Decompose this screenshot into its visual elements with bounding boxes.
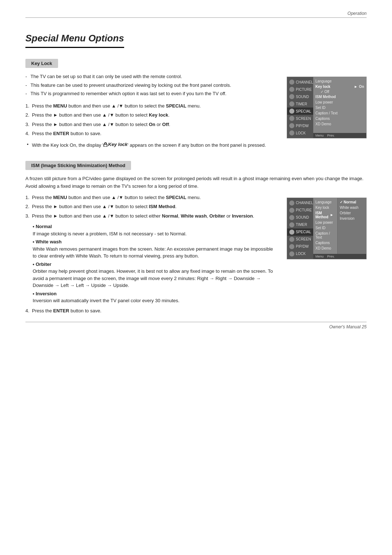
list-item: This feature can be used to prevent unau… xyxy=(25,82,276,89)
sidebar-label: CHANNEL xyxy=(296,201,313,205)
channel-icon xyxy=(289,200,294,206)
row-label: Captions xyxy=(315,117,364,121)
row-arrow: ► xyxy=(330,213,334,217)
step-num: 4. xyxy=(25,307,29,315)
timer-icon xyxy=(289,101,294,106)
menu-row-captions: Captions xyxy=(315,116,364,121)
menu-row-ism: ISM Method xyxy=(315,94,364,100)
step-num: 4. xyxy=(25,130,29,137)
sidebar-item-screen: SCREEN xyxy=(287,115,313,122)
list-item: This TV is programmed to remember which … xyxy=(25,90,276,97)
sidebar-label: LOCK xyxy=(296,131,306,135)
row-value: On xyxy=(359,85,364,89)
step-num: 1. xyxy=(25,102,29,110)
page-title: Special Menu Options xyxy=(25,33,124,48)
sidebar-label: SCREEN xyxy=(296,237,311,241)
row-off-value: ✓ Off xyxy=(315,89,364,94)
operation-label: Operation xyxy=(347,11,367,16)
keylock-symbol: Key lock xyxy=(103,141,127,148)
step-2: 2. Press the ► button and then use ▲ /▼ … xyxy=(25,112,276,119)
right-row-inversion: Inversion xyxy=(340,216,364,221)
sidebar-label: PICTURE xyxy=(296,208,312,212)
right-row-whitewash: White wash xyxy=(340,205,364,210)
timer-icon xyxy=(289,222,294,227)
menu-row-lowpower: Low power xyxy=(315,220,335,225)
sidebar-item-special: SPECIAL xyxy=(287,228,313,236)
step-1: 1. Press the MENU button and then use ▲ … xyxy=(25,102,276,110)
normal-sub: • Normal If image sticking is never a pr… xyxy=(25,223,276,237)
tv-menu-inner: CHANNEL PICTURE SOUND TIMER xyxy=(287,77,366,138)
lock-icon xyxy=(103,142,107,147)
step-4: 4. Press the ENTER button to save. xyxy=(25,130,276,137)
key-lock-content: The TV can be set up so that it can only… xyxy=(25,73,367,150)
orbiter-text: Orbiter may help prevent ghost images. H… xyxy=(33,268,273,288)
key-lock-text: The TV can be set up so that it can only… xyxy=(25,73,276,150)
row-label: Key lock xyxy=(315,85,352,89)
step-num: 2. xyxy=(25,203,29,210)
orbiter-sub: • Orbiter Orbiter may help prevent ghost… xyxy=(25,261,276,289)
sidebar-item-picture: PICTURE xyxy=(287,86,313,93)
sidebar-label: PICTURE xyxy=(296,88,312,92)
pipdw-icon xyxy=(289,123,294,128)
sidebar-label: PIP/DW xyxy=(296,244,309,248)
menu-row-language: Language xyxy=(315,199,335,205)
row-label: ISM Method xyxy=(315,211,328,219)
tv-main-area: Language Key lock ISM Method ► Low power… xyxy=(313,198,366,259)
keylock-text: Key lock xyxy=(108,141,127,148)
special-icon xyxy=(289,109,294,114)
orbiter-title: • Orbiter xyxy=(33,262,52,267)
menu-btn: Menu xyxy=(315,134,324,137)
enter-bold: ENTER xyxy=(53,131,69,136)
picture-icon xyxy=(289,87,294,92)
whitewash-sub: • White wash White Wash removes permanen… xyxy=(25,238,276,260)
sidebar-item-lock: LOCK xyxy=(287,129,313,137)
menu-row-caption: Caption / Text xyxy=(315,231,335,240)
sidebar-label: SOUND xyxy=(296,215,309,219)
row-label: Low power xyxy=(315,220,335,224)
normal-title: • Normal xyxy=(33,224,52,229)
prev-btn: Prev. xyxy=(327,255,335,258)
sound-icon xyxy=(289,94,294,99)
key-lock-section: Key Lock The TV can be set up so that it… xyxy=(25,59,367,150)
screen-icon xyxy=(289,237,294,242)
sidebar-label: CHANNEL xyxy=(296,80,313,84)
row-arrow: ► xyxy=(354,85,358,89)
sidebar-item-sound: SOUND xyxy=(287,93,313,100)
step-3: 3. Press the ► button and then use ▲ /▼ … xyxy=(25,121,276,128)
page: Operation Owner's Manual 25 Special Menu… xyxy=(0,0,392,340)
ism-description: A frozen still picture from a PC/video g… xyxy=(25,175,367,190)
sidebar-item-timer: TIMER xyxy=(287,100,313,108)
menu-row-keylock: Key lock xyxy=(315,205,335,210)
special-bold: SPECIAL xyxy=(166,195,186,200)
step-num: 1. xyxy=(25,194,29,201)
sidebar-item-timer: TIMER xyxy=(287,221,313,228)
tv-menu-ism: CHANNEL PICTURE SOUND TIMER xyxy=(287,198,367,259)
sidebar-item-channel: CHANNEL xyxy=(287,199,313,207)
list-item: The TV can be set up so that it can only… xyxy=(25,73,276,80)
inversion-sub: • Inversion Inversion will automatically… xyxy=(25,290,276,304)
special-icon xyxy=(289,230,294,235)
sidebar-label: SOUND xyxy=(296,95,309,99)
special-bold: SPECIAL xyxy=(166,103,186,109)
whitewash-title: • White wash xyxy=(33,239,62,244)
sidebar-label: SCREEN xyxy=(296,117,311,121)
whitewash-text: White Wash removes permanent images from… xyxy=(33,246,273,259)
tv-menu-inner: CHANNEL PICTURE SOUND TIMER xyxy=(287,198,366,259)
ism-step-2: 2. Press the ► button and then use ▲ /▼ … xyxy=(25,203,276,210)
menu-row-captions: Captions xyxy=(315,240,335,246)
tv-main-panel: Language Key lock ISM Method ► Low power… xyxy=(313,198,337,254)
normal-bold: Normal xyxy=(162,213,178,219)
menu-bold: MENU xyxy=(53,103,67,109)
picture-icon xyxy=(289,208,294,213)
sidebar-item-pipdw: PIP/DW xyxy=(287,243,313,250)
menu-row-setid: Set ID xyxy=(315,225,335,231)
ism-section-header: ISM (Image Sticking Minimization) Method xyxy=(25,161,131,170)
keylock-bold: Key lock xyxy=(149,112,168,118)
row-label: Language xyxy=(315,200,335,204)
row-label: XD Demo xyxy=(315,246,335,250)
menu-row-setid: Set ID xyxy=(315,105,364,110)
sidebar-item-pipdw: PIP/DW xyxy=(287,122,313,129)
inversion-bold: Inversion xyxy=(232,213,253,219)
right-row-orbiter: Orbiter xyxy=(340,210,364,216)
row-label: Caption / Text xyxy=(315,231,335,239)
